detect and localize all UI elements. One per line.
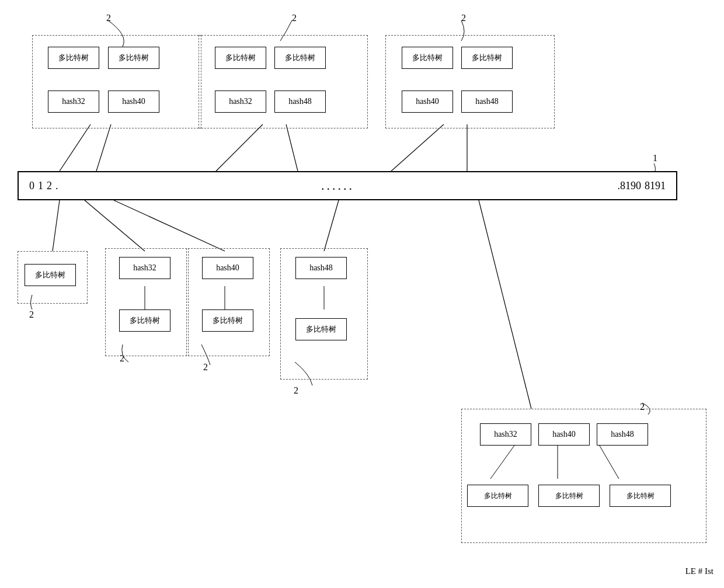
duobiteshu-top-right-2: 多比特树 xyxy=(461,47,513,69)
svg-line-7 xyxy=(85,200,145,251)
svg-line-3 xyxy=(286,124,298,171)
label-2-bot-hash48: 2 xyxy=(294,385,298,396)
duobiteshu-top-mid-1: 多比特树 xyxy=(215,47,266,69)
svg-line-9 xyxy=(324,200,339,251)
hash32-bot: hash32 xyxy=(119,257,170,279)
main-bar-left: 0 1 2 . xyxy=(29,180,58,192)
hash48-bot: hash48 xyxy=(295,257,347,279)
hash48-bot-right: hash48 xyxy=(597,423,648,446)
hash48-top-mid: hash48 xyxy=(274,91,326,113)
main-bar-index-0: 0 xyxy=(29,180,34,192)
hash40-bot-right: hash40 xyxy=(538,423,590,446)
label-2-bot-hash40: 2 xyxy=(203,362,208,373)
duobiteshu-bot-hash48: 多比特树 xyxy=(295,318,347,340)
duobiteshu-bot-right-2: 多比特树 xyxy=(538,485,600,507)
main-bar-ellipsis: ...... xyxy=(321,178,354,193)
hash40-top-left: hash40 xyxy=(108,91,159,113)
duobiteshu-bot-right-3: 多比特树 xyxy=(610,485,671,507)
main-bar: 0 1 2 . ...... .8190 8191 xyxy=(18,171,677,200)
label-2-top-left: 2 xyxy=(106,13,111,23)
svg-line-10 xyxy=(479,200,531,409)
svg-line-6 xyxy=(53,200,60,251)
duobiteshu-top-mid-2: 多比特树 xyxy=(274,47,326,69)
hash32-top-mid: hash32 xyxy=(215,91,266,113)
svg-line-1 xyxy=(96,124,111,171)
hash40-top-right: hash40 xyxy=(402,91,453,113)
label-2-bot-left: 2 xyxy=(29,309,34,320)
duobiteshu-bot-hash40: 多比特树 xyxy=(202,309,253,332)
hash48-top-right: hash48 xyxy=(461,91,513,113)
bottom-right-label: LE # Ist xyxy=(685,566,713,576)
svg-line-2 xyxy=(216,124,263,171)
hash40-bot: hash40 xyxy=(202,257,253,279)
duobiteshu-top-left-1: 多比特树 xyxy=(48,47,99,69)
svg-line-8 xyxy=(114,200,225,251)
main-bar-dot: . xyxy=(55,180,58,192)
duobiteshu-top-left-2: 多比特树 xyxy=(108,47,159,69)
main-bar-index-2: 2 xyxy=(47,180,52,192)
main-bar-content: 0 1 2 . ...... .8190 8191 xyxy=(19,178,676,193)
main-bar-right: .8190 8191 xyxy=(618,180,666,192)
hash32-top-left: hash32 xyxy=(48,91,99,113)
hash32-bot-right: hash32 xyxy=(480,423,531,446)
main-bar-8191: 8191 xyxy=(645,180,666,192)
duobiteshu-bot-hash32: 多比特树 xyxy=(119,309,170,332)
svg-line-0 xyxy=(60,124,90,171)
duobiteshu-bot-left: 多比特树 xyxy=(25,264,76,286)
duobiteshu-bot-right-1: 多比特树 xyxy=(467,485,528,507)
label-2-top-right: 2 xyxy=(461,13,466,23)
duobiteshu-top-right-1: 多比特树 xyxy=(402,47,453,69)
main-bar-8190: .8190 xyxy=(618,180,642,192)
main-bar-index-1: 1 xyxy=(38,180,43,192)
label-2-top-mid: 2 xyxy=(292,13,297,23)
svg-line-4 xyxy=(391,124,444,171)
diagram: 2 多比特树 多比特树 hash32 hash40 2 多比特树 多比特树 ha… xyxy=(0,0,724,588)
label-1: 1 xyxy=(653,153,657,163)
